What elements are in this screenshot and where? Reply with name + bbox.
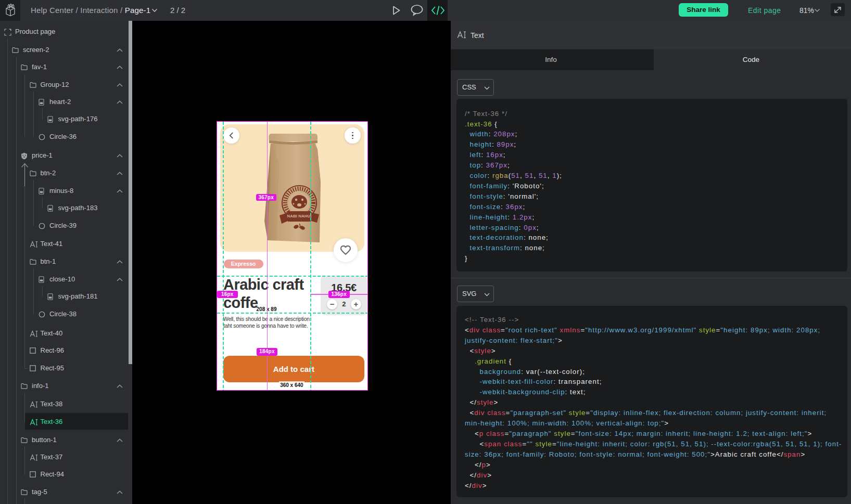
- svg-text:NABI NAHUI: NABI NAHUI: [287, 214, 311, 218]
